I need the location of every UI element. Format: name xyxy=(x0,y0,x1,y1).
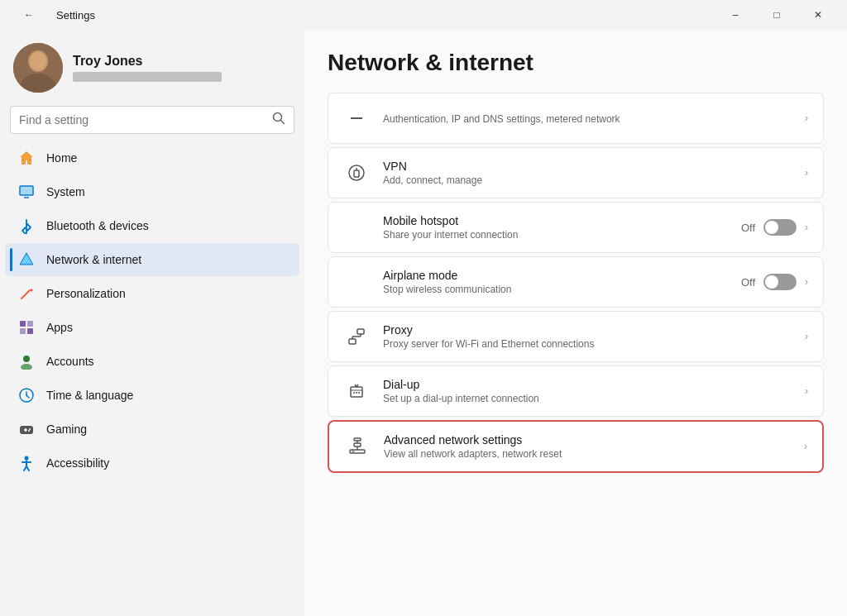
settings-list: VPN Add, connect, manage › Mobile hotspo… xyxy=(328,147,824,473)
accessibility-icon xyxy=(18,455,35,471)
setting-text-advanced: Advanced network settings View all netwo… xyxy=(384,433,791,460)
titlebar-left: ← Settings xyxy=(10,2,95,28)
sidebar-item-label: Bluetooth & devices xyxy=(46,219,149,232)
search-input[interactable] xyxy=(19,113,266,127)
close-button[interactable]: ✕ xyxy=(799,2,837,28)
profile-name: Troy Jones xyxy=(73,54,291,69)
chevron-icon: › xyxy=(804,441,807,452)
toggle-label-airplane-mode: Off xyxy=(741,276,755,289)
chevron-icon: › xyxy=(805,331,808,342)
sidebar-item-label: Time & language xyxy=(46,389,133,402)
sidebar-item-system[interactable]: System xyxy=(5,175,299,208)
vpn-icon xyxy=(343,160,370,186)
network-icon xyxy=(18,251,35,268)
gaming-icon xyxy=(18,421,35,437)
advanced-icon xyxy=(344,433,371,460)
partial-setting-card[interactable]: Authentication, IP and DNS settings, met… xyxy=(328,93,824,144)
svg-line-31 xyxy=(26,466,29,470)
setting-desc-dialup: Set up a dial-up internet connection xyxy=(383,393,792,404)
svg-line-12 xyxy=(22,290,30,298)
svg-point-26 xyxy=(28,430,30,432)
svg-rect-14 xyxy=(27,321,33,327)
setting-title-proxy: Proxy xyxy=(383,323,792,337)
nav-list: Home System Bluetooth & devices Network … xyxy=(0,141,304,480)
setting-card-dialup[interactable]: Dial-up Set up a dial-up internet connec… xyxy=(328,365,824,417)
profile-section[interactable]: Troy Jones xyxy=(0,30,304,103)
setting-right-dialup: › xyxy=(805,385,808,397)
accounts-icon xyxy=(18,353,35,370)
setting-desc-proxy: Proxy server for Wi-Fi and Ethernet conn… xyxy=(383,338,792,350)
setting-card-mobile-hotspot[interactable]: Mobile hotspot Share your internet conne… xyxy=(328,202,824,253)
setting-card-advanced[interactable]: Advanced network settings View all netwo… xyxy=(328,420,824,473)
setting-title-vpn: VPN xyxy=(383,160,792,173)
svg-point-45 xyxy=(358,392,360,394)
svg-line-5 xyxy=(281,121,285,124)
apps-icon xyxy=(18,319,35,336)
sidebar-item-apps[interactable]: Apps xyxy=(5,311,299,344)
svg-rect-36 xyxy=(349,339,356,344)
sidebar-item-gaming[interactable]: Gaming xyxy=(5,413,299,446)
sidebar-item-accessibility[interactable]: Accessibility xyxy=(5,446,299,480)
sidebar-item-home[interactable]: Home xyxy=(5,141,299,174)
minimize-button[interactable]: – xyxy=(716,2,754,28)
time-icon xyxy=(18,387,35,404)
sidebar-item-time[interactable]: Time & language xyxy=(5,379,299,412)
page-title: Network & internet xyxy=(328,50,824,76)
setting-right-mobile-hotspot: Off › xyxy=(741,219,808,236)
svg-rect-13 xyxy=(20,321,26,327)
sidebar-item-label: Home xyxy=(46,151,77,165)
sidebar-item-label: Apps xyxy=(46,321,73,334)
system-icon xyxy=(18,184,35,200)
svg-point-44 xyxy=(356,392,357,394)
chevron-icon: › xyxy=(805,112,808,124)
main-layout: Troy Jones Home System Bluetooth & devic… xyxy=(0,30,847,616)
toggle-airplane-mode[interactable] xyxy=(763,274,797,290)
titlebar-controls: – □ ✕ xyxy=(716,2,837,28)
setting-card-vpn[interactable]: VPN Add, connect, manage › xyxy=(328,147,824,198)
sidebar-item-label: Accounts xyxy=(46,355,94,368)
svg-rect-51 xyxy=(354,443,361,446)
partial-icon xyxy=(343,105,370,131)
svg-point-18 xyxy=(21,364,32,370)
search-box[interactable] xyxy=(10,106,294,134)
toggle-mobile-hotspot[interactable] xyxy=(763,219,797,236)
profile-info: Troy Jones xyxy=(73,54,291,82)
maximize-button[interactable]: □ xyxy=(758,2,796,28)
sidebar-item-label: Network & internet xyxy=(46,253,141,266)
sidebar-item-network[interactable]: Network & internet xyxy=(5,243,299,276)
bluetooth-icon xyxy=(18,217,35,234)
content-area: Network & internet Authentication, IP an… xyxy=(304,30,847,616)
sidebar: Troy Jones Home System Bluetooth & devic… xyxy=(0,30,304,616)
setting-text-proxy: Proxy Proxy server for Wi-Fi and Etherne… xyxy=(383,323,792,350)
chevron-icon: › xyxy=(805,385,808,397)
toggle-label-mobile-hotspot: Off xyxy=(741,222,755,234)
svg-point-25 xyxy=(29,428,31,430)
setting-title-dialup: Dial-up xyxy=(383,378,792,391)
setting-card-airplane-mode[interactable]: Airplane mode Stop wireless communicatio… xyxy=(328,256,824,308)
partial-text: Authentication, IP and DNS settings, met… xyxy=(383,112,792,125)
setting-card-proxy[interactable]: Proxy Proxy server for Wi-Fi and Etherne… xyxy=(328,311,824,362)
setting-right-vpn: › xyxy=(805,167,808,179)
sidebar-item-accounts[interactable]: Accounts xyxy=(5,345,299,378)
sidebar-item-bluetooth[interactable]: Bluetooth & devices xyxy=(5,209,299,242)
partial-description: Authentication, IP and DNS settings, met… xyxy=(383,113,792,125)
setting-text-vpn: VPN Add, connect, manage xyxy=(383,160,792,186)
svg-marker-10 xyxy=(20,253,33,265)
search-icon xyxy=(272,112,285,128)
svg-point-17 xyxy=(23,356,30,362)
setting-text-mobile-hotspot: Mobile hotspot Share your internet conne… xyxy=(383,214,728,241)
setting-text-airplane-mode: Airplane mode Stop wireless communicatio… xyxy=(383,269,728,295)
partial-right: › xyxy=(805,112,808,124)
svg-rect-9 xyxy=(21,187,32,194)
ethernet-icon xyxy=(347,109,366,127)
svg-point-43 xyxy=(353,392,355,394)
chevron-icon: › xyxy=(805,167,808,179)
back-button[interactable]: ← xyxy=(10,2,48,28)
avatar xyxy=(13,43,63,93)
svg-rect-15 xyxy=(20,328,26,334)
svg-point-3 xyxy=(30,52,46,70)
home-icon xyxy=(18,150,35,166)
avatar-image xyxy=(13,43,63,93)
setting-right-airplane-mode: Off › xyxy=(741,274,808,290)
sidebar-item-personalization[interactable]: Personalization xyxy=(5,277,299,310)
